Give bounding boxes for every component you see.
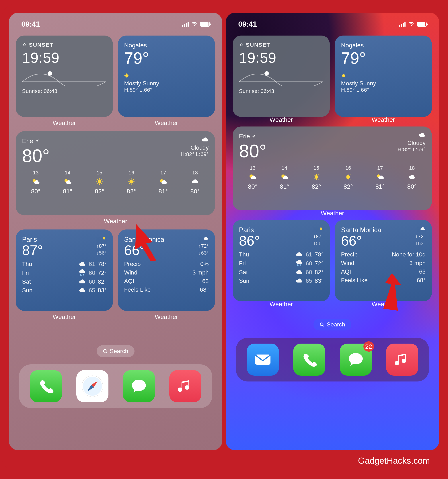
stat-row: Feels Like68° — [124, 286, 209, 294]
sm-city: Santa Monica — [341, 226, 381, 234]
sunset-icon — [22, 42, 27, 47]
paris-city: Paris — [239, 226, 260, 234]
nogales-temp: 79° — [124, 49, 209, 68]
cloud-icon — [420, 227, 426, 231]
svg-point-18 — [129, 180, 133, 184]
sunset-time: 19:59 — [239, 49, 323, 66]
paris-lo: 56° — [96, 250, 107, 256]
hour-forecast: 1781° — [149, 170, 177, 195]
search-icon — [320, 322, 324, 327]
cloud-icon — [418, 133, 426, 138]
svg-line-52 — [318, 175, 319, 175]
svg-point-2 — [125, 74, 128, 77]
cellular-icon — [182, 22, 189, 27]
stat-row: PrecipNone for 10d — [341, 250, 426, 259]
sunrise-text: Sunrise: 06:43 — [239, 88, 323, 94]
dock: 22 — [236, 338, 429, 381]
nogales-widget[interactable]: Nogales 79° Mostly Sunny H:89° L:66° — [335, 36, 432, 117]
svg-line-14 — [97, 179, 98, 180]
sun-icon — [101, 236, 107, 241]
phone-app-icon[interactable] — [293, 344, 325, 376]
stat-row: AQI63 — [341, 267, 426, 276]
paris-lo: 56° — [313, 240, 323, 247]
battery-icon — [417, 22, 427, 27]
cloud-icon — [203, 236, 209, 241]
svg-line-24 — [133, 183, 134, 184]
nogales-cond: Mostly Sunny — [124, 80, 209, 87]
sm-temp: 66° — [124, 243, 164, 257]
nogales-city: Nogales — [124, 42, 209, 49]
phone-left: 09:41 SUNSET 19:59 Sunrise: 06:43 Nogale… — [9, 13, 222, 450]
phone-app-icon[interactable] — [30, 370, 62, 402]
erie-widget[interactable]: Erie 80° Cloudy H:82° L:69° 1380°1481°15… — [233, 126, 432, 210]
hour-forecast: 1880° — [398, 165, 426, 190]
nogales-city: Nogales — [341, 42, 426, 49]
status-icons — [182, 22, 210, 27]
svg-point-41 — [264, 71, 269, 76]
status-bar: 09:41 — [233, 18, 432, 36]
sun-icon — [318, 226, 323, 231]
svg-line-34 — [106, 352, 107, 353]
svg-line-59 — [346, 175, 347, 175]
cloud-icon — [201, 137, 209, 143]
safari-app-icon[interactable] — [76, 370, 108, 402]
music-app-icon[interactable] — [386, 344, 418, 376]
sm-hi: 72° — [415, 233, 426, 240]
svg-line-29 — [80, 274, 81, 276]
status-time: 09:41 — [238, 20, 257, 28]
paris-widget[interactable]: Paris 86° 87° 56° Thu61 78°Fri60 72°Sat6… — [233, 220, 330, 301]
stat-row: Feels Like68° — [341, 276, 426, 285]
widget-caption: Weather — [335, 300, 432, 308]
svg-line-23 — [129, 179, 130, 180]
erie-hilo: H:82° L:69° — [398, 146, 426, 153]
svg-point-54 — [346, 175, 350, 179]
messages-app-icon[interactable]: 22 — [340, 344, 372, 376]
erie-hours: 1380°1481°1582°1682°1781°1880° — [239, 165, 426, 190]
santamonica-widget[interactable]: Santa Monica 66° 72° 63° Precip0%Wind3 m… — [118, 229, 215, 311]
search-icon — [103, 349, 107, 354]
paris-widget[interactable]: Paris 87° 87° 56° Thu61 78°Fri60 72°Sat6… — [16, 229, 113, 311]
svg-line-16 — [101, 179, 102, 180]
hour-forecast: 1781° — [366, 165, 394, 190]
day-row: Fri60 72° — [239, 259, 323, 268]
mail-app-icon[interactable] — [247, 344, 279, 376]
widget-caption: Weather — [16, 119, 113, 126]
erie-cond: Cloudy — [398, 140, 426, 146]
sm-city: Santa Monica — [124, 236, 164, 243]
svg-line-60 — [350, 179, 350, 179]
attribution-text: GadgetHacks.com — [9, 456, 430, 466]
widget-caption: Weather — [118, 313, 215, 320]
nogales-hilo: H:89° L:66° — [124, 87, 209, 93]
hour-forecast: 1380° — [239, 165, 266, 190]
erie-widget[interactable]: Erie 80° Cloudy H:82° L:69° 1380°1481°15… — [16, 131, 215, 215]
stat-row: Precip0% — [124, 260, 209, 268]
paris-temp: 86° — [239, 234, 260, 248]
widget-caption: Weather — [233, 210, 432, 217]
stat-row: Wind3 mph — [341, 259, 426, 267]
erie-city: Erie — [22, 137, 50, 145]
search-button[interactable]: Search — [314, 319, 351, 330]
day-row: Thu61 78° — [239, 250, 323, 259]
status-bar: 09:41 — [16, 18, 215, 36]
music-app-icon[interactable] — [169, 370, 201, 402]
paris-hi: 87° — [96, 243, 107, 250]
svg-line-62 — [346, 179, 347, 179]
sunset-widget[interactable]: SUNSET 19:59 Sunrise: 06:43 — [233, 36, 330, 117]
sm-temp: 66° — [341, 234, 381, 248]
widget-caption: Weather — [233, 116, 330, 123]
nogales-widget[interactable]: Nogales 79° Mostly Sunny H:89° L:66° — [118, 36, 215, 117]
location-icon — [252, 134, 256, 138]
hour-forecast: 1682° — [118, 170, 145, 195]
comparison-frame: 09:41 SUNSET 19:59 Sunrise: 06:43 Nogale… — [2, 4, 446, 471]
santamonica-widget[interactable]: Santa Monica 66° 72° 63° PrecipNone for … — [335, 220, 432, 301]
sunrise-text: Sunrise: 06:43 — [22, 88, 107, 94]
svg-line-65 — [297, 265, 298, 266]
day-row: Fri60 72° — [22, 268, 107, 277]
day-row: Sat60 82° — [22, 277, 107, 286]
messages-app-icon[interactable] — [123, 370, 155, 402]
hour-forecast: 1380° — [22, 170, 49, 195]
sunset-widget[interactable]: SUNSET 19:59 Sunrise: 06:43 — [16, 36, 113, 117]
sm-hi: 72° — [199, 243, 209, 250]
erie-hilo: H:82° L:69° — [181, 151, 209, 157]
search-button[interactable]: Search — [97, 345, 134, 357]
